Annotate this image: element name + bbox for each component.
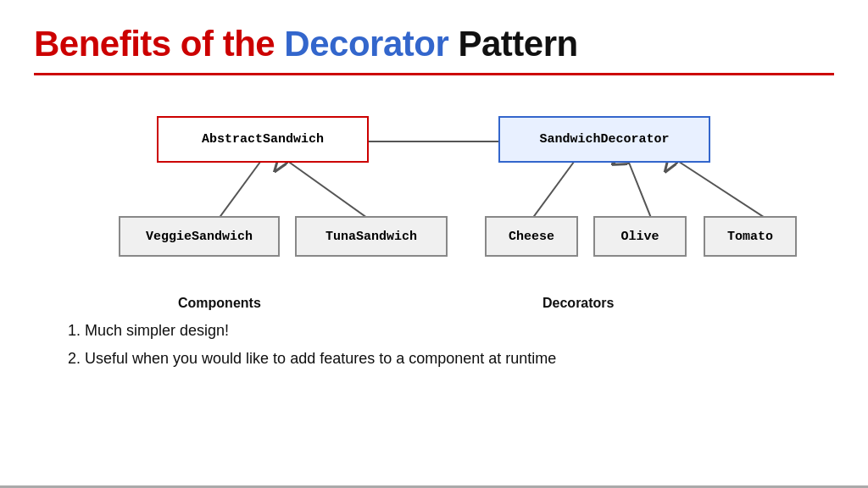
svg-line-4 <box>627 158 653 222</box>
title-divider <box>34 73 834 75</box>
tuna-sandwich-box: TunaSandwich <box>295 216 448 257</box>
benefits-list: Much simpler design! Useful when you wou… <box>34 318 834 373</box>
olive-box: Olive <box>593 216 687 257</box>
cheese-box: Cheese <box>485 216 578 257</box>
title-part3: Pattern <box>448 24 577 64</box>
slide: Benefits of the Decorator Pattern <box>0 0 868 488</box>
tomato-box: Tomato <box>704 216 797 257</box>
svg-line-2 <box>284 158 373 222</box>
abstract-sandwich-box: AbstractSandwich <box>157 116 369 163</box>
slide-title: Benefits of the Decorator Pattern <box>34 24 834 64</box>
sandwich-decorator-box: SandwichDecorator <box>498 116 710 163</box>
benefit-item-1: Much simpler design! <box>85 318 834 344</box>
diagram-arrows <box>34 91 834 311</box>
diagram-section: AbstractSandwich SandwichDecorator Veggi… <box>34 91 834 311</box>
diagram-canvas: AbstractSandwich SandwichDecorator Veggi… <box>34 91 834 311</box>
svg-line-1 <box>216 158 263 222</box>
benefit-item-2: Useful when you would like to add featur… <box>85 346 834 372</box>
svg-line-5 <box>674 158 771 222</box>
decorators-label: Decorators <box>542 296 614 311</box>
title-part1: Benefits of the <box>34 24 284 64</box>
components-label: Components <box>178 296 261 311</box>
title-part2: Decorator <box>284 24 448 64</box>
veggie-sandwich-box: VeggieSandwich <box>119 216 280 257</box>
svg-line-3 <box>530 158 576 222</box>
